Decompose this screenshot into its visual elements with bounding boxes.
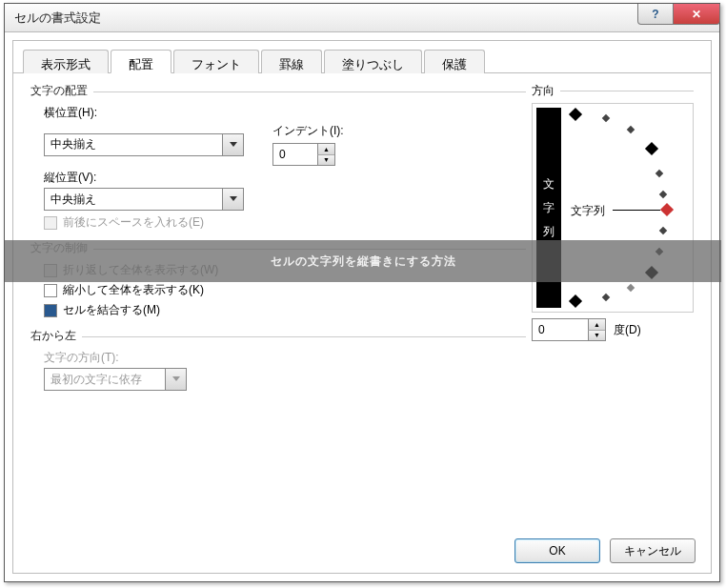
help-button[interactable]: ? — [637, 4, 674, 25]
label-degrees: 度(D) — [614, 322, 641, 338]
group-rtl: 右から左 文字の方向(T): 最初の文字に依存 — [30, 328, 526, 391]
group-text-alignment: 文字の配置 横位置(H): 中央揃え インデント(I): 0 — [30, 83, 526, 231]
gauge-marker-icon — [645, 142, 658, 155]
group-header-alignment: 文字の配置 — [30, 83, 93, 99]
checkbox-shrink-label: 縮小して全体を表示する(K) — [63, 282, 204, 298]
label-indent: インデント(I): — [272, 123, 344, 139]
spinner-buttons: ▲ ▼ — [317, 144, 334, 165]
checkbox-shrink[interactable]: 縮小して全体を表示する(K) — [44, 282, 526, 298]
spinner-indent[interactable]: 0 ▲ ▼ — [272, 143, 335, 166]
combo-vertical[interactable]: 中央揃え — [44, 188, 244, 211]
dialog-body: 表示形式 配置 フォント 罫線 塗りつぶし 保護 文字の配置 横位置(H): 中… — [12, 40, 712, 574]
chevron-down-icon — [165, 369, 186, 390]
gauge-label: 文字列 — [571, 203, 605, 219]
overlay-text: セルの文字列を縦書きにする方法 — [271, 253, 456, 270]
label-text-direction: 文字の方向(T): — [44, 350, 526, 366]
tab-alignment[interactable]: 配置 — [111, 50, 171, 73]
spinner-buttons: ▲ ▼ — [588, 319, 605, 340]
checkbox-icon — [44, 284, 57, 297]
gauge-tick-icon — [602, 294, 610, 301]
checkbox-icon — [44, 304, 57, 317]
overlay-caption: セルの文字列を縦書きにする方法 — [5, 240, 721, 282]
gauge-tick-icon — [659, 227, 667, 234]
spinner-down-icon[interactable]: ▼ — [588, 330, 605, 341]
gauge-tick-icon — [627, 284, 635, 292]
spinner-indent-value: 0 — [273, 144, 317, 165]
checkbox-space-label: 前後にスペースを入れる(E) — [63, 214, 204, 231]
title-bar: セルの書式設定 ? ✕ — [5, 4, 719, 32]
label-vertical: 縦位置(V): — [44, 170, 526, 186]
tab-number[interactable]: 表示形式 — [23, 50, 109, 73]
spinner-degrees-value: 0 — [533, 319, 588, 340]
checkbox-icon — [44, 216, 57, 230]
gauge-tick-icon — [659, 191, 667, 198]
close-icon: ✕ — [692, 8, 701, 21]
spinner-down-icon[interactable]: ▼ — [317, 154, 334, 166]
combo-horizontal[interactable]: 中央揃え — [44, 133, 244, 156]
tab-fill[interactable]: 塗りつぶし — [324, 50, 422, 73]
dialog-footer: OK キャンセル — [13, 529, 711, 573]
ok-button[interactable]: OK — [514, 538, 600, 563]
gauge-tick-icon — [627, 126, 635, 133]
combo-horizontal-value: 中央揃え — [45, 136, 222, 152]
spinner-up-icon[interactable]: ▲ — [317, 144, 334, 154]
checkbox-space-before-after: 前後にスペースを入れる(E) — [44, 214, 526, 231]
spinner-up-icon[interactable]: ▲ — [588, 319, 605, 330]
combo-text-direction: 最初の文字に依存 — [44, 368, 187, 391]
close-button[interactable]: ✕ — [673, 4, 720, 25]
cancel-button[interactable]: キャンセル — [610, 538, 696, 563]
tab-font[interactable]: フォント — [173, 50, 259, 73]
label-horizontal: 横位置(H): — [44, 105, 526, 121]
chevron-down-icon — [222, 189, 243, 210]
window-title: セルの書式設定 — [14, 10, 101, 27]
dialog-window: セルの書式設定 ? ✕ 表示形式 配置 フォント 罫線 塗りつぶし 保護 文字の… — [4, 3, 720, 582]
indent-block: インデント(I): 0 ▲ ▼ — [272, 123, 344, 166]
spinner-degrees[interactable]: 0 ▲ ▼ — [532, 318, 606, 341]
gauge-tick-icon — [655, 170, 663, 177]
question-icon: ? — [652, 8, 658, 21]
gauge-handle-icon — [660, 203, 674, 216]
combo-vertical-value: 中央揃え — [45, 192, 222, 208]
checkbox-merge[interactable]: セルを結合する(M) — [44, 302, 526, 318]
tab-panel: 文字の配置 横位置(H): 中央揃え インデント(I): 0 — [13, 73, 711, 529]
group-header-rtl: 右から左 — [30, 328, 82, 344]
checkbox-merge-label: セルを結合する(M) — [63, 302, 160, 318]
gauge-marker-icon — [569, 294, 582, 308]
group-header-orientation: 方向 — [532, 83, 555, 99]
chevron-down-icon — [222, 134, 243, 155]
window-buttons: ? ✕ — [637, 4, 719, 27]
gauge-tick-icon — [602, 114, 610, 122]
degree-row: 0 ▲ ▼ 度(D) — [532, 318, 694, 341]
tab-border[interactable]: 罫線 — [261, 50, 322, 73]
gauge-line — [613, 210, 660, 211]
combo-direction-value: 最初の文字に依存 — [45, 372, 165, 388]
tab-strip: 表示形式 配置 フォント 罫線 塗りつぶし 保護 — [13, 41, 711, 73]
tab-protect[interactable]: 保護 — [424, 50, 485, 73]
gauge-marker-icon — [569, 108, 582, 121]
group-orientation: 方向 文字列 文字列 — [532, 83, 694, 341]
